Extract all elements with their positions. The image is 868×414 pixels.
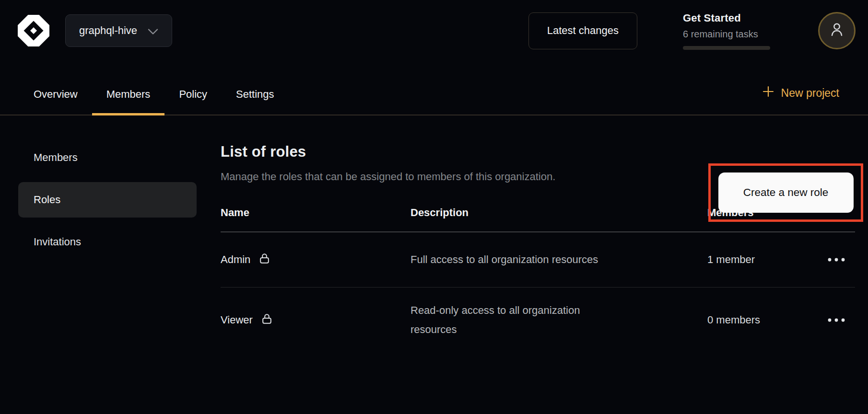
get-started-progress-bar xyxy=(683,46,770,50)
ellipsis-icon xyxy=(827,256,845,264)
roles-panel: List of roles Manage the roles that can … xyxy=(221,140,855,353)
person-icon xyxy=(828,21,845,41)
content-area: Members Roles Invitations List of roles … xyxy=(0,115,868,353)
tab-overview[interactable]: Overview xyxy=(19,88,92,115)
user-avatar[interactable] xyxy=(818,12,856,49)
role-name: Viewer xyxy=(221,314,253,326)
top-bar: graphql-hive Latest changes Get Started … xyxy=(0,0,868,61)
get-started-title: Get Started xyxy=(683,12,770,24)
column-header-description: Description xyxy=(411,207,707,219)
role-description: Read-only access to all organization res… xyxy=(411,301,602,339)
get-started-widget[interactable]: Get Started 6 remaining tasks xyxy=(683,12,770,50)
role-name: Admin xyxy=(221,253,250,266)
row-actions-menu-button[interactable] xyxy=(824,312,848,329)
members-side-nav: Members Roles Invitations xyxy=(18,140,197,266)
hive-logo-icon[interactable] xyxy=(17,14,50,47)
tab-policy[interactable]: Policy xyxy=(164,88,222,115)
plus-icon xyxy=(762,85,774,101)
new-project-label: New project xyxy=(781,87,839,100)
ellipsis-icon xyxy=(827,317,845,324)
role-members-count: 0 members xyxy=(707,314,818,326)
tab-members[interactable]: Members xyxy=(92,88,165,115)
org-selector-label: graphql-hive xyxy=(79,24,137,37)
role-description: Full access to all organization resource… xyxy=(411,250,602,269)
role-members-count: 1 member xyxy=(707,253,818,266)
org-selector[interactable]: graphql-hive xyxy=(65,14,172,47)
table-row: Admin Full access to all organization re… xyxy=(221,232,855,288)
create-role-button[interactable]: Create a new role xyxy=(718,172,854,213)
row-actions-menu-button[interactable] xyxy=(824,252,848,268)
annotation-highlight-rectangle: Create a new role xyxy=(708,163,863,222)
column-header-name: Name xyxy=(221,207,411,219)
table-row: Viewer Read-only access to all organizat… xyxy=(221,288,855,353)
new-project-button[interactable]: New project xyxy=(762,85,839,115)
lock-icon xyxy=(260,312,273,328)
roles-table: Name Description Members Admin Full acce… xyxy=(221,201,855,353)
chevron-down-icon xyxy=(148,25,158,38)
lock-icon xyxy=(258,252,271,268)
org-tab-bar: Overview Members Policy Settings New pro… xyxy=(0,61,868,115)
page-title: List of roles xyxy=(221,143,855,161)
sidebar-item-roles[interactable]: Roles xyxy=(18,182,197,218)
get-started-subtitle: 6 remaining tasks xyxy=(683,29,770,40)
tab-settings[interactable]: Settings xyxy=(222,88,289,115)
sidebar-item-members[interactable]: Members xyxy=(18,140,197,175)
sidebar-item-invitations[interactable]: Invitations xyxy=(18,224,197,260)
latest-changes-button[interactable]: Latest changes xyxy=(528,12,637,49)
